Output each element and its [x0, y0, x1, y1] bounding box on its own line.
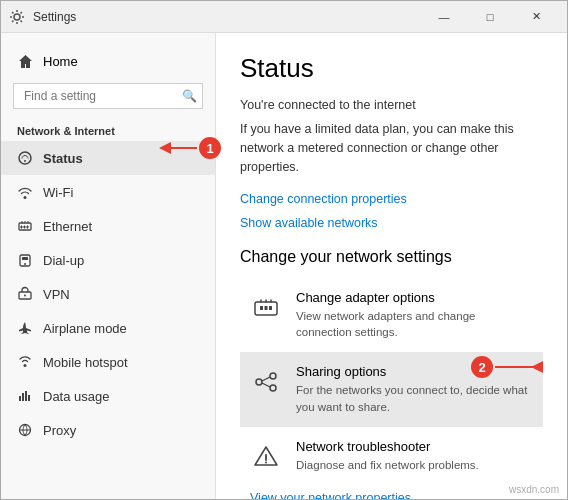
sidebar-item-label-vpn: VPN: [43, 287, 70, 302]
sidebar: Home 🔍 Network & Internet Status: [1, 33, 216, 499]
adapter-title: Change adapter options: [296, 290, 533, 305]
sidebar-item-label-wifi: Wi-Fi: [43, 185, 73, 200]
adapter-icon: [250, 292, 282, 324]
svg-rect-11: [260, 306, 263, 310]
window-title: Settings: [33, 10, 421, 24]
troubleshooter-item[interactable]: Network troubleshooter Diagnose and fix …: [240, 427, 543, 485]
home-label: Home: [43, 54, 78, 69]
network-settings-heading: Change your network settings: [240, 248, 543, 266]
network-properties-link[interactable]: View your network properties: [240, 491, 543, 499]
sidebar-item-airplane[interactable]: Airplane mode: [1, 311, 215, 345]
troubleshooter-icon: [250, 441, 282, 473]
sharing-text: Sharing options For the networks you con…: [296, 364, 533, 414]
sidebar-item-label-airplane: Airplane mode: [43, 321, 127, 336]
svg-rect-6: [22, 257, 28, 260]
settings-icon: [9, 9, 25, 25]
svg-point-2: [24, 160, 26, 162]
page-title: Status: [240, 53, 543, 84]
sidebar-item-label-ethernet: Ethernet: [43, 219, 92, 234]
search-box: 🔍: [13, 83, 203, 109]
search-icon: 🔍: [182, 89, 197, 103]
svg-point-1: [19, 152, 31, 164]
svg-point-16: [270, 385, 276, 391]
sidebar-item-wifi[interactable]: Wi-Fi: [1, 175, 215, 209]
sidebar-item-datausage[interactable]: Data usage: [1, 379, 215, 413]
content-area: Status You're connected to the internet …: [216, 33, 567, 499]
sidebar-item-hotspot[interactable]: Mobile hotspot: [1, 345, 215, 379]
main-layout: Home 🔍 Network & Internet Status: [1, 33, 567, 499]
change-connection-link[interactable]: Change connection properties: [240, 192, 543, 206]
svg-point-8: [24, 295, 26, 297]
sharing-desc: For the networks you connect to, decide …: [296, 382, 533, 414]
sidebar-item-status[interactable]: Status: [1, 141, 215, 175]
close-button[interactable]: ✕: [513, 1, 559, 33]
sidebar-item-label-hotspot: Mobile hotspot: [43, 355, 128, 370]
vpn-icon: [17, 286, 33, 302]
datausage-icon: [17, 388, 33, 404]
sharing-options-item[interactable]: Sharing options For the networks you con…: [240, 352, 543, 426]
watermark: wsxdn.com: [509, 484, 559, 495]
window-controls: — □ ✕: [421, 1, 559, 33]
hotspot-icon: [17, 354, 33, 370]
ethernet-icon: [17, 218, 33, 234]
svg-rect-12: [265, 306, 268, 310]
connected-status: You're connected to the internet: [240, 98, 543, 112]
adapter-options-item[interactable]: Change adapter options View network adap…: [240, 278, 543, 352]
show-networks-link[interactable]: Show available networks: [240, 216, 543, 230]
sidebar-item-vpn[interactable]: VPN: [1, 277, 215, 311]
sidebar-item-dialup[interactable]: Dial-up: [1, 243, 215, 277]
svg-rect-13: [269, 306, 272, 310]
sharing-icon: [250, 366, 282, 398]
troubleshooter-text: Network troubleshooter Diagnose and fix …: [296, 439, 533, 473]
svg-point-17: [265, 461, 267, 463]
settings-window: Settings — □ ✕ Home 🔍 Network & Int: [0, 0, 568, 500]
adapter-text: Change adapter options View network adap…: [296, 290, 533, 340]
sidebar-item-ethernet[interactable]: Ethernet: [1, 209, 215, 243]
titlebar: Settings — □ ✕: [1, 1, 567, 33]
maximize-button[interactable]: □: [467, 1, 513, 33]
sidebar-item-label-datausage: Data usage: [43, 389, 110, 404]
svg-point-14: [256, 379, 262, 385]
proxy-icon: [17, 422, 33, 438]
sidebar-item-proxy[interactable]: Proxy: [1, 413, 215, 447]
home-icon: [17, 53, 33, 69]
sidebar-item-home[interactable]: Home: [1, 45, 215, 77]
dialup-icon: [17, 252, 33, 268]
sharing-title: Sharing options: [296, 364, 533, 379]
svg-point-5: [24, 263, 26, 265]
sidebar-top: Home 🔍 Network & Internet Status: [1, 33, 215, 451]
wifi-icon: [17, 184, 33, 200]
status-icon: [17, 150, 33, 166]
sidebar-item-label-dialup: Dial-up: [43, 253, 84, 268]
troubleshooter-title: Network troubleshooter: [296, 439, 533, 454]
section-title: Network & Internet: [1, 119, 215, 141]
airplane-icon: [17, 320, 33, 336]
svg-point-0: [14, 14, 20, 20]
svg-point-15: [270, 373, 276, 379]
troubleshooter-desc: Diagnose and fix network problems.: [296, 457, 533, 473]
status-description: If you have a limited data plan, you can…: [240, 120, 543, 176]
search-input[interactable]: [13, 83, 203, 109]
minimize-button[interactable]: —: [421, 1, 467, 33]
sidebar-item-label-proxy: Proxy: [43, 423, 76, 438]
sidebar-item-label-status: Status: [43, 151, 83, 166]
adapter-desc: View network adapters and change connect…: [296, 308, 533, 340]
